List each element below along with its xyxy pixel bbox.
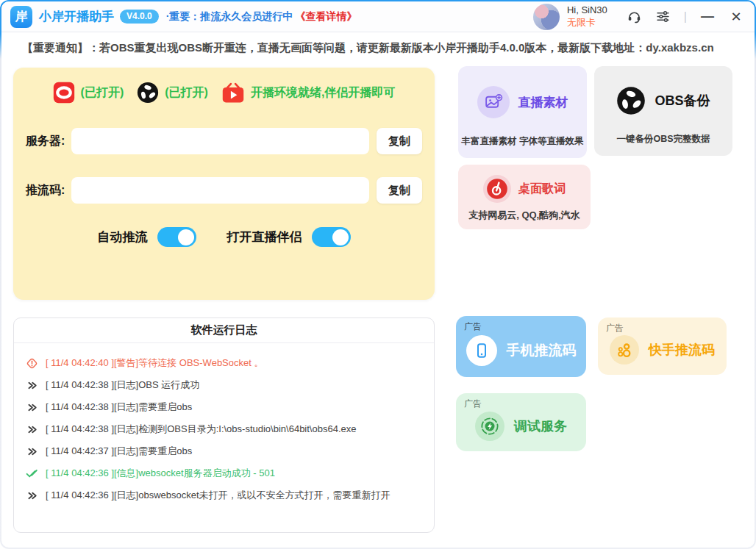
stream-key-copy-button[interactable]: 复制	[377, 177, 422, 204]
phone-stream-code-title: 手机推流码	[507, 341, 577, 360]
log-entry-text: [ 11/4 04:42:36 ][日志]obswebsocket未打开，或以不…	[46, 489, 391, 502]
ready-status-text: 开播环境就绪,伴侣开播即可	[251, 85, 395, 101]
obs-status-icon	[137, 82, 159, 104]
log-entry: [ 11/4 04:42:36 ][日志]obswebsocket未打开，或以不…	[25, 484, 423, 506]
server-copy-button[interactable]: 复制	[377, 128, 422, 154]
log-list[interactable]: [ 11/4 04:42:40 ][警告]等待连接 OBS-WebSocket …	[14, 343, 434, 515]
ad-tag: 广告	[464, 398, 482, 410]
user-avatar	[533, 4, 560, 30]
log-info-icon	[25, 423, 38, 436]
desktop-lyrics-title: 桌面歌词	[518, 182, 566, 197]
live-material-card[interactable]: 直播素材 丰富直播素材 字体等直播效果	[458, 66, 587, 158]
obs-backup-title: OBS备份	[655, 92, 710, 110]
live-companion-icon	[53, 82, 75, 104]
desktop-lyrics-card[interactable]: 桌面歌词 支持网易云, QQ,酷狗,汽水	[458, 165, 591, 229]
close-icon[interactable]: ✕	[728, 9, 744, 25]
version-badge: V4.0.0	[120, 10, 159, 24]
log-entry-text: [ 11/4 04:42:36 ][信息]websocket服务器启动成功 - …	[46, 467, 275, 480]
log-entry-text: [ 11/4 04:42:37 ][日志]需要重启obs	[46, 445, 192, 458]
user-greeting: Hi, SiN30	[567, 4, 607, 16]
app-title: 小岸开播助手	[39, 8, 114, 25]
music-lyrics-icon	[483, 175, 511, 203]
environment-status-row: (已打开) (已打开) 开播环境就绪,伴侣开播即可	[13, 68, 435, 104]
log-entry: [ 11/4 04:42:37 ][日志]需要重启obs	[25, 440, 423, 462]
obs-backup-subtitle: 一键备份OBS完整数据	[594, 133, 732, 146]
stream-settings-panel: (已打开) (已打开) 开播环境就绪,伴侣开播即可	[13, 68, 435, 300]
titlebar: 岸 小岸开播助手 V4.0.0 ·重要：推流永久会员进行中 《查看详情》 Hi,…	[1, 1, 755, 32]
kuaishou-stream-code-title: 快手推流码	[649, 341, 715, 359]
debug-service-title: 调试服务	[514, 417, 567, 435]
obs-status-text: (已打开)	[165, 85, 208, 101]
log-entry: [ 11/4 04:42:40 ][警告]等待连接 OBS-WebSocket …	[25, 352, 423, 374]
phone-stream-code-ad-card[interactable]: 广告 手机推流码	[456, 316, 586, 377]
phone-icon	[466, 335, 497, 366]
minimize-icon[interactable]: —	[699, 9, 716, 25]
obs-backup-card[interactable]: OBS备份 一键备份OBS完整数据	[594, 66, 732, 156]
log-panel: 软件运行日志 [ 11/4 04:42:40 ][警告]等待连接 OBS-Web…	[13, 317, 435, 533]
debug-service-ad-card[interactable]: 广告 调试服务	[456, 393, 586, 451]
server-row: 服务器: 复制	[13, 128, 435, 154]
ad-tag: 广告	[464, 320, 482, 333]
settings-sliders-icon[interactable]	[655, 9, 671, 25]
log-info-icon	[25, 445, 38, 458]
app-logo-icon: 岸	[10, 6, 32, 28]
stream-key-input[interactable]	[71, 177, 369, 204]
log-warning-icon	[25, 356, 38, 370]
headset-support-icon[interactable]	[627, 9, 643, 25]
ad-tag: 广告	[606, 322, 624, 334]
log-entry-text: [ 11/4 04:42:38 ][日志]检测到OBS目录为:I:\obs-st…	[46, 423, 356, 436]
open-companion-label: 打开直播伴侣	[227, 229, 302, 245]
membership-badge: 无限卡	[567, 17, 607, 29]
log-success-icon	[25, 467, 38, 480]
important-notice: 【重要通知】：若OBS重复出现OBS断开重连，直播无画面等问题，请更新最新版本小…	[1, 32, 755, 63]
auto-push-toggle[interactable]	[157, 227, 196, 247]
log-entry: [ 11/4 04:42:38 ][日志]需要重启obs	[25, 396, 423, 418]
live-material-icon	[477, 86, 510, 118]
live-material-title: 直播素材	[518, 94, 568, 111]
server-label: 服务器:	[26, 134, 71, 149]
kuaishou-stream-code-ad-card[interactable]: 广告 快手推流码	[598, 317, 727, 375]
server-input[interactable]	[71, 128, 369, 154]
log-panel-title: 软件运行日志	[14, 318, 434, 343]
log-info-icon	[25, 378, 38, 392]
log-entry: [ 11/4 04:42:38 ][日志]OBS 运行成功	[25, 374, 423, 396]
titlebar-divider: |	[684, 10, 687, 24]
desktop-lyrics-subtitle: 支持网易云, QQ,酷狗,汽水	[458, 209, 591, 222]
log-entry-text: [ 11/4 04:42:38 ][日志]OBS 运行成功	[46, 378, 199, 392]
toggle-knob	[332, 229, 349, 245]
main-area: (已打开) (已打开) 开播环境就绪,伴侣开播即可	[1, 64, 755, 548]
stream-key-label: 推流码:	[26, 183, 71, 198]
debug-service-icon	[475, 412, 504, 441]
obs-backup-icon	[616, 86, 646, 115]
app-window: 岸 小岸开播助手 V4.0.0 ·重要：推流永久会员进行中 《查看详情》 Hi,…	[0, 0, 756, 549]
log-info-icon	[25, 489, 38, 502]
toggle-knob	[178, 229, 194, 245]
log-entry: [ 11/4 04:42:38 ][日志]检测到OBS目录为:I:\obs-st…	[25, 418, 423, 440]
kuaishou-icon	[610, 335, 639, 365]
toggles-row: 自动推流 打开直播伴侣	[13, 227, 435, 247]
stream-key-row: 推流码: 复制	[13, 177, 435, 204]
log-entry: [ 11/4 04:42:36 ][信息]websocket服务器启动成功 - …	[25, 462, 423, 484]
promo-details-link[interactable]: 《查看详情》	[295, 10, 357, 24]
auto-push-label: 自动推流	[98, 229, 148, 245]
live-material-subtitle: 丰富直播素材 字体等直播效果	[458, 135, 587, 148]
open-companion-toggle[interactable]	[312, 227, 351, 247]
log-entry-text: [ 11/4 04:42:40 ][警告]等待连接 OBS-WebSocket …	[46, 356, 263, 370]
log-entry-text: [ 11/4 04:42:38 ][日志]需要重启obs	[46, 401, 192, 414]
log-info-icon	[25, 401, 38, 414]
user-info: Hi, SiN30 无限卡	[567, 4, 607, 29]
broadcast-tv-icon	[221, 82, 245, 104]
companion-status-text: (已打开)	[81, 85, 124, 101]
promo-text: ·重要：推流永久会员进行中	[166, 10, 293, 24]
